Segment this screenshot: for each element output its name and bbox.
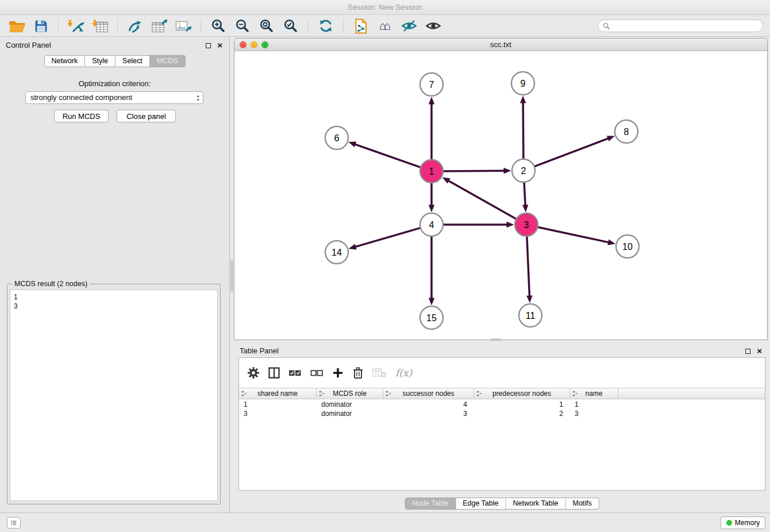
graph-edge-3-1[interactable] xyxy=(448,180,516,219)
tab-network-table[interactable]: Network Table xyxy=(506,498,566,510)
tab-edge-table[interactable]: Edge Table xyxy=(456,498,506,510)
zoom-selected-button[interactable] xyxy=(280,17,301,35)
graph-edge-arrowhead xyxy=(429,298,434,306)
export-network-button[interactable] xyxy=(125,17,145,35)
delete-column-button[interactable] xyxy=(352,367,364,379)
tab-select[interactable]: Select xyxy=(116,55,150,67)
column-header-successor-nodes[interactable]: successor nodes xyxy=(383,388,474,399)
gear-icon xyxy=(247,367,260,379)
column-header-shared-name[interactable]: shared name xyxy=(239,388,317,399)
graph-edge-arrowhead xyxy=(520,96,526,103)
open-session-button[interactable] xyxy=(6,17,27,35)
sort-icon xyxy=(241,391,247,396)
optimization-criterion-select[interactable]: strongly connected component ▲ ▼ xyxy=(25,91,203,104)
close-window-icon[interactable]: × xyxy=(240,41,247,48)
vertical-splitter-handle[interactable] xyxy=(230,260,233,292)
table-row[interactable]: 1 dominator 4 1 1 xyxy=(239,400,765,409)
column-header-mcds-role[interactable]: MCDS role xyxy=(317,388,383,399)
show-columns-button[interactable] xyxy=(268,367,280,379)
run-mcds-button[interactable]: Run MCDS xyxy=(54,110,109,122)
open-folder-icon xyxy=(9,20,25,33)
graph-edge-arrowhead xyxy=(349,244,357,249)
sort-icon xyxy=(319,391,325,396)
save-icon xyxy=(34,20,48,33)
checked-boxes-icon xyxy=(288,367,302,379)
dropdown-arrows-icon: ▲ ▼ xyxy=(197,94,200,102)
graph-edge-arrowhead xyxy=(526,295,532,303)
status-bar: Memory xyxy=(0,512,770,532)
table-toolbar: f(x) xyxy=(239,358,765,388)
zoom-in-button[interactable] xyxy=(208,17,229,35)
export-table-icon xyxy=(151,19,168,33)
table-row[interactable]: 3 dominator 3 2 3 xyxy=(239,409,765,418)
graph-node-label: 4 xyxy=(429,220,434,230)
function-builder-button[interactable]: f(x) xyxy=(395,367,412,379)
column-header-filler xyxy=(618,388,765,399)
graph-node-label: 7 xyxy=(429,80,434,90)
graph-edge-2-9[interactable] xyxy=(523,103,523,160)
network-graph-canvas[interactable]: 7968124314101511 xyxy=(234,51,767,340)
export-image-button[interactable] xyxy=(173,17,194,35)
graph-edge-4-14[interactable] xyxy=(355,228,421,247)
tab-network[interactable]: Network xyxy=(44,55,85,67)
graph-edge-3-10[interactable] xyxy=(538,227,609,242)
close-panel-button[interactable]: Close panel xyxy=(117,110,176,122)
float-panel-icon[interactable] xyxy=(745,349,750,354)
zoom-fit-button[interactable] xyxy=(256,17,277,35)
tab-style[interactable]: Style xyxy=(85,55,116,67)
close-panel-icon[interactable]: × xyxy=(217,40,222,51)
task-history-button[interactable] xyxy=(7,517,21,529)
graph-node-label: 3 xyxy=(524,220,529,230)
hide-selected-button[interactable] xyxy=(399,17,419,35)
import-table-button[interactable] xyxy=(90,17,110,35)
sort-icon xyxy=(386,391,391,396)
show-all-button[interactable] xyxy=(423,17,444,35)
import-network-button[interactable] xyxy=(66,17,86,35)
save-session-button[interactable] xyxy=(30,17,51,35)
memory-button[interactable]: Memory xyxy=(721,516,765,529)
graph-edge-3-11[interactable] xyxy=(527,236,530,296)
graph-edge-arrowhead xyxy=(504,168,511,174)
create-column-button[interactable] xyxy=(332,367,344,379)
mcds-result-title: MCDS result (2 nodes) xyxy=(12,280,90,288)
horizontal-splitter-handle[interactable] xyxy=(491,338,501,341)
trash-icon xyxy=(352,367,364,379)
export-network-icon xyxy=(127,19,144,33)
zoom-out-button[interactable] xyxy=(232,17,253,35)
delete-table-button[interactable] xyxy=(372,367,387,379)
table-settings-button[interactable] xyxy=(247,367,260,379)
float-panel-icon[interactable] xyxy=(206,43,211,48)
mcds-result-text[interactable]: 1 3 xyxy=(10,290,218,501)
graph-edge-1-6[interactable] xyxy=(355,144,421,167)
fx-icon: f(x) xyxy=(395,367,412,379)
column-header-predecessor-nodes[interactable]: predecessor nodes xyxy=(474,388,570,399)
home-icon: ⌂⌂ xyxy=(379,17,391,34)
control-panel-title: Control Panel xyxy=(6,41,51,49)
first-neighbors-button[interactable]: ⌂⌂ xyxy=(375,17,395,35)
tab-motifs[interactable]: Motifs xyxy=(565,498,599,510)
graph-edge-2-3[interactable] xyxy=(524,182,525,206)
graph-edge-1-2[interactable] xyxy=(443,171,505,171)
sort-icon xyxy=(572,391,578,396)
zoom-in-icon xyxy=(211,18,226,33)
network-window-titlebar: × − + scc.txt xyxy=(234,38,767,51)
search-input[interactable] xyxy=(598,20,763,32)
maximize-window-icon[interactable]: + xyxy=(261,41,268,48)
graph-edge-2-8[interactable] xyxy=(534,138,609,167)
toolbar-separator xyxy=(343,19,344,33)
unselect-all-columns-button[interactable] xyxy=(310,367,324,379)
close-panel-icon[interactable]: × xyxy=(757,346,762,356)
tab-mcds[interactable]: MCDS xyxy=(150,55,186,67)
sort-icon xyxy=(476,391,482,396)
graph-node-label: 15 xyxy=(426,313,437,323)
select-all-columns-button[interactable] xyxy=(288,367,302,379)
tab-node-table[interactable]: Node Table xyxy=(405,498,456,510)
clone-network-button[interactable] xyxy=(351,17,371,35)
refresh-layout-button[interactable] xyxy=(315,17,336,35)
refresh-icon xyxy=(318,18,333,33)
column-header-name[interactable]: name xyxy=(570,388,618,399)
control-panel: Control Panel × Network Style Select MCD… xyxy=(0,37,230,512)
zoom-out-icon xyxy=(235,18,250,33)
export-table-button[interactable] xyxy=(149,17,170,35)
minimize-window-icon[interactable]: − xyxy=(251,41,257,48)
